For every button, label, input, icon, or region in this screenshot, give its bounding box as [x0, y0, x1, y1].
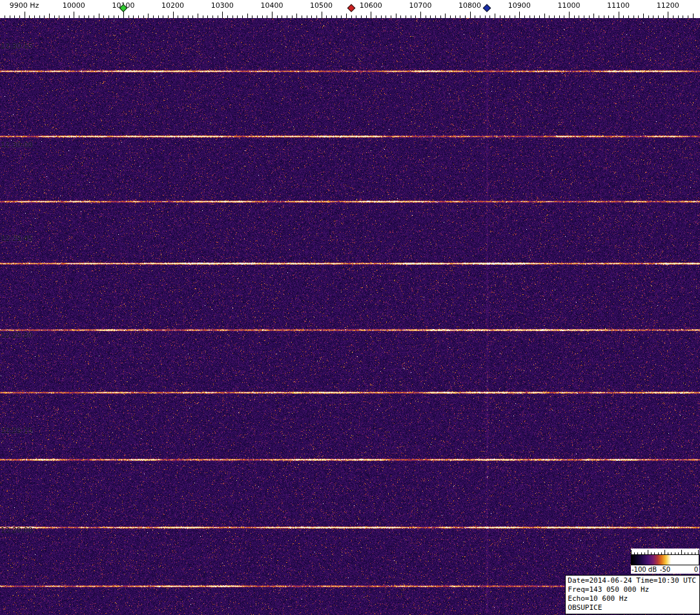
legend-label-mid: -50 [660, 565, 670, 574]
frequency-ruler[interactable]: 9900 Hz100001010010200103001040010500106… [0, 0, 700, 18]
freq-tick-label-10000: 10000 [63, 1, 85, 10]
freq-tick-label-10900: 10900 [508, 1, 531, 10]
waterfall-area: 12:30:1512:30:0012:29:4512:29:3012:29:15… [0, 18, 700, 615]
freq-tick-label-10500: 10500 [310, 1, 333, 10]
freq-tick-label-10600: 10600 [360, 1, 382, 10]
time-label: 12:30:15 [1, 42, 32, 50]
freq-tick-label-9900: 9900 Hz [10, 1, 39, 10]
time-label: 12:29:00 [1, 526, 32, 534]
legend-labels: -100 dB -50 0 [631, 565, 699, 574]
legend-label-min: -100 dB [632, 565, 657, 574]
time-label: 12:29:15 [1, 427, 32, 435]
freq-tick-label-10700: 10700 [409, 1, 431, 10]
info-box: Date=2014-06-24 Time=10:30 UTC Freq=143 … [565, 575, 700, 614]
freq-tick-label-10300: 10300 [211, 1, 234, 10]
info-freq-line: Freq=143 050 000 Hz [568, 585, 696, 594]
freq-tick-label-11000: 11000 [557, 1, 580, 10]
freq-tick-label-11200: 11200 [657, 1, 679, 10]
legend-gradient-bar [631, 554, 699, 565]
freq-tick-label-10800: 10800 [458, 1, 481, 10]
legend-label-max: 0 [694, 565, 698, 574]
legend-tick-ruler [631, 549, 699, 554]
info-echo-line: Echo=10 600 Hz [568, 594, 696, 603]
freq-tick-label-11100: 11100 [607, 1, 630, 10]
freq-tick-label-10400: 10400 [260, 1, 283, 10]
spectrogram-app: 9900 Hz100001010010200103001040010500106… [0, 0, 700, 615]
time-label: 12:30:00 [1, 141, 32, 149]
freq-tick-label-10200: 10200 [161, 1, 184, 10]
waterfall-canvas [0, 18, 700, 615]
time-label: 12:29:45 [1, 234, 32, 243]
info-date-line: Date=2014-06-24 Time=10:30 UTC [568, 576, 696, 585]
info-station-line: OBSUPICE [568, 603, 696, 612]
color-scale-legend: -100 dB -50 0 [631, 549, 699, 574]
time-label: 12:29:30 [1, 331, 32, 339]
